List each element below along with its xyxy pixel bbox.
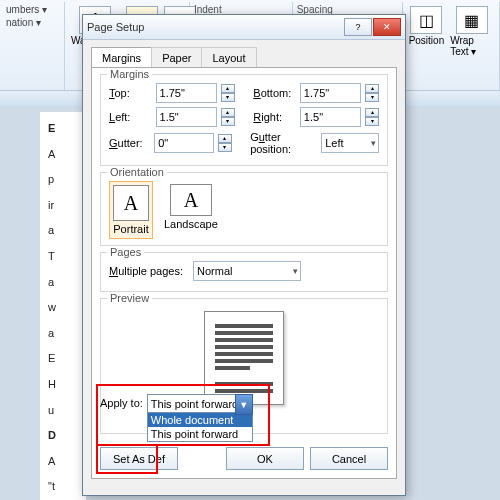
pages-group: Pages Multiple pages: Normal	[100, 252, 388, 292]
dialog-panel: Margins Top: 1.75" ▴▾ Bottom: 1.75" ▴▾ L…	[91, 67, 397, 479]
top-spinner[interactable]: ▴▾	[221, 84, 235, 102]
top-label: Top:	[109, 87, 152, 99]
apply-to-label: Apply to:	[100, 394, 143, 409]
bottom-spinner[interactable]: ▴▾	[365, 84, 379, 102]
left-spinner[interactable]: ▴▾	[221, 108, 235, 126]
set-default-button[interactable]: Set As Def	[100, 447, 178, 470]
position-icon: ◫	[410, 6, 442, 34]
tab-paper[interactable]: Paper	[151, 47, 202, 68]
gutter-pos-label: Gutter position:	[250, 131, 317, 155]
gutter-spinner[interactable]: ▴▾	[218, 134, 232, 152]
apply-to-dropdown: Whole document This point forward	[148, 412, 252, 441]
left-input[interactable]: 1.5"	[156, 107, 217, 127]
orientation-group: Orientation A Portrait A Landscape	[100, 172, 388, 246]
dropdown-icon[interactable]: ▼	[235, 394, 253, 415]
hyphenation-menu[interactable]: nation ▾	[6, 17, 41, 28]
gutter-pos-select[interactable]: Left	[321, 133, 379, 153]
portrait-icon: A	[113, 185, 149, 221]
apply-opt-forward[interactable]: This point forward	[148, 427, 252, 441]
tab-layout[interactable]: Layout	[201, 47, 256, 68]
help-button[interactable]: ?	[344, 18, 372, 36]
preview-page	[204, 311, 284, 405]
tab-margins[interactable]: Margins	[91, 47, 152, 68]
ok-button[interactable]: OK	[226, 447, 304, 470]
right-input[interactable]: 1.5"	[300, 107, 361, 127]
orientation-portrait[interactable]: A Portrait	[109, 181, 153, 239]
left-label: Left:	[109, 111, 152, 123]
right-label: Right:	[253, 111, 296, 123]
numbers-menu[interactable]: umbers ▾	[6, 4, 47, 15]
top-input[interactable]: 1.75"	[156, 83, 217, 103]
apply-to-select[interactable]: This point forward ▼ Whole document This…	[147, 394, 253, 442]
gutter-label: Gutter:	[109, 137, 150, 149]
cancel-button[interactable]: Cancel	[310, 447, 388, 470]
margins-group: Margins Top: 1.75" ▴▾ Bottom: 1.75" ▴▾ L…	[100, 74, 388, 166]
gutter-input[interactable]: 0"	[154, 133, 214, 153]
wrap-icon: ▦	[456, 6, 488, 34]
dialog-tabs: Margins Paper Layout	[83, 40, 405, 67]
document-page: EApiraTawaEHu DA"ts	[40, 112, 86, 500]
multiple-pages-select[interactable]: Normal	[193, 261, 301, 281]
wrap-text-button[interactable]: ▦ Wrap Text ▾	[448, 4, 495, 59]
bottom-input[interactable]: 1.75"	[300, 83, 361, 103]
position-button[interactable]: ◫ Position	[407, 4, 447, 48]
landscape-icon: A	[170, 184, 212, 216]
orientation-landscape[interactable]: A Landscape	[161, 181, 221, 239]
close-button[interactable]: ✕	[373, 18, 401, 36]
apply-to-row: Apply to: This point forward ▼ Whole doc…	[100, 394, 253, 442]
page-setup-dialog: Page Setup ? ✕ Margins Paper Layout Marg…	[82, 14, 406, 496]
apply-opt-whole[interactable]: Whole document	[148, 413, 252, 427]
multiple-pages-label: Multiple pages:	[109, 265, 189, 277]
dialog-title: Page Setup	[87, 21, 343, 33]
right-spinner[interactable]: ▴▾	[365, 108, 379, 126]
dialog-titlebar[interactable]: Page Setup ? ✕	[83, 15, 405, 40]
bottom-label: Bottom:	[253, 87, 296, 99]
